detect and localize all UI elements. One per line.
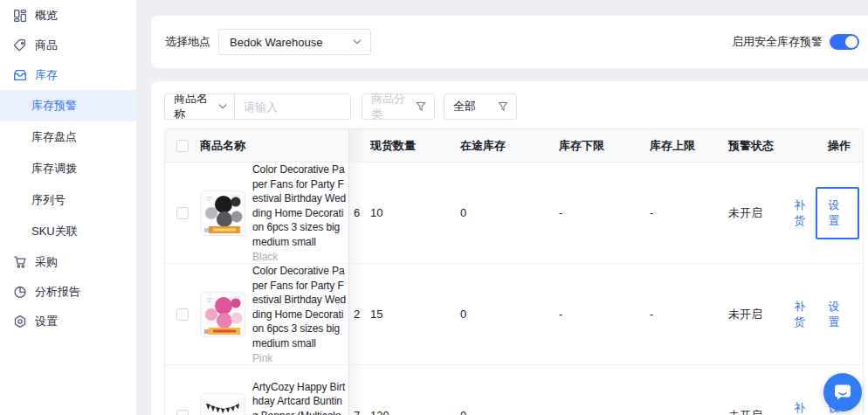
sidebar-item-overview[interactable]: 概览: [0, 1, 136, 31]
alert-status-value: 未开启: [728, 408, 794, 415]
restock-link[interactable]: 补货: [794, 299, 812, 330]
sidebar: 概览 商品 库存 库存预警 库存盘点 库存调拨 序列号 SKU关联 采购 分析报…: [0, 0, 137, 415]
sidebar-item-analytics[interactable]: 分析报告: [0, 277, 136, 307]
status-filter[interactable]: 全部: [444, 93, 517, 120]
search-group: 商品名称: [164, 93, 351, 120]
toggle-knob: [845, 36, 858, 48]
filter-bar: 商品名称 商品分类 全部: [164, 93, 868, 120]
product-image-pink-fans: [200, 292, 245, 337]
lower-limit-value: -: [559, 206, 650, 219]
lower-limit-value: -: [559, 409, 650, 415]
sidebar-item-label: 商品: [35, 38, 58, 53]
chevron-down-icon: [218, 102, 227, 111]
column-alert-status: 预警状态: [728, 138, 794, 154]
partially-hidden-value: 6: [349, 163, 370, 263]
column-upper-limit: 库存上限: [650, 138, 728, 154]
alert-status-value: 未开启: [728, 205, 794, 221]
product-name: ArtyCozy Happy Birthday Artcard Bunting …: [252, 380, 347, 415]
sidebar-item-settings[interactable]: 设置: [0, 307, 136, 336]
product-image-bunting-banner: [200, 393, 245, 415]
table-row: Color Decorative Paper Fans for Party Fe…: [165, 264, 863, 365]
restock-link[interactable]: 补货: [794, 197, 812, 229]
upper-limit-value: -: [650, 308, 728, 321]
safety-stock-toggle-label: 启用安全库存预警: [732, 34, 823, 50]
sidebar-item-label: 分析报告: [35, 284, 80, 300]
on-hand-qty: 120: [370, 409, 460, 415]
sidebar-item-products[interactable]: 商品: [0, 31, 136, 60]
sidebar-item-purchase[interactable]: 采购: [0, 247, 136, 277]
chat-bubble-icon: [832, 382, 853, 403]
settings-link[interactable]: 设置: [829, 299, 847, 330]
row-checkbox[interactable]: [176, 207, 189, 219]
sidebar-item-label: 设置: [35, 314, 58, 329]
sidebar-item-stock-transfer[interactable]: 库存调拨: [0, 153, 136, 184]
sidebar-item-label: 库存: [35, 67, 58, 83]
column-product-name: 商品名称: [200, 129, 349, 162]
column-lower-limit: 库存下限: [559, 138, 650, 154]
product-name: Color Decorative Paper Fans for Party Fe…: [252, 163, 347, 249]
table-row: ArtyCozy Happy Birthday Artcard Bunting …: [165, 365, 863, 415]
in-transit-qty: 0: [460, 308, 559, 321]
cart-icon: [13, 255, 27, 269]
status-filter-value: 全部: [453, 99, 498, 114]
location-select[interactable]: Bedok Warehouse: [218, 29, 371, 55]
in-transit-qty: 0: [460, 409, 559, 415]
select-all-checkbox[interactable]: [176, 140, 189, 152]
sidebar-item-label: 库存预警: [31, 98, 77, 114]
lower-limit-value: -: [559, 308, 650, 321]
category-filter-label: 商品分类: [371, 91, 416, 122]
product-image-black-fans: [200, 190, 245, 236]
tag-icon: [13, 38, 27, 52]
row-checkbox[interactable]: [176, 410, 189, 415]
main-content: 选择地点 Bedok Warehouse 启用安全库存预警 商品名称: [138, 0, 868, 415]
sidebar-item-inventory-alert[interactable]: 库存预警: [0, 90, 136, 121]
settings-focus-ring: 设置: [816, 187, 860, 239]
table-row: Color Decorative Paper Fans for Party Fe…: [165, 163, 863, 264]
search-input[interactable]: [235, 94, 350, 119]
chevron-down-icon: [353, 38, 362, 46]
settings-box: 设置: [816, 288, 860, 341]
inventory-card: 商品名称 商品分类 全部: [151, 81, 868, 415]
column-in-transit: 在途库存: [460, 138, 559, 154]
gear-icon: [13, 315, 27, 329]
product-variant: Black: [252, 251, 347, 263]
on-hand-qty: 10: [370, 206, 460, 219]
upper-limit-value: -: [650, 206, 728, 219]
filter-funnel-icon: [498, 101, 508, 112]
location-card: 选择地点 Bedok Warehouse 启用安全库存预警: [151, 16, 868, 68]
sidebar-item-stock-take[interactable]: 库存盘点: [0, 121, 136, 153]
on-hand-qty: 15: [370, 308, 460, 321]
column-on-hand: 现货数量: [370, 138, 460, 154]
filter-funnel-icon: [416, 101, 426, 112]
restock-link[interactable]: 补货: [794, 400, 812, 415]
pie-chart-icon: [13, 285, 27, 299]
location-select-value: Bedok Warehouse: [230, 36, 353, 49]
location-label: 选择地点: [165, 34, 210, 50]
search-field-value: 商品名称: [174, 93, 213, 120]
safety-stock-toggle[interactable]: [830, 34, 859, 50]
sidebar-item-label: SKU关联: [31, 224, 78, 239]
search-field-select[interactable]: 商品名称: [165, 94, 235, 119]
category-filter[interactable]: 商品分类: [362, 93, 435, 120]
settings-link[interactable]: 设置: [829, 197, 847, 229]
sidebar-item-sku-link[interactable]: SKU关联: [0, 216, 136, 247]
in-transit-qty: 0: [460, 206, 559, 219]
dashboard-icon: [13, 9, 27, 23]
product-name: Color Decorative Paper Fans for Party Fe…: [252, 264, 347, 350]
inventory-box-icon: [13, 68, 27, 82]
inventory-table: 商品名称 现货数量 在途库存 库存下限 库存上限 预警状态 操作 Color D…: [164, 128, 864, 415]
sidebar-item-label: 库存盘点: [31, 129, 77, 145]
partially-hidden-value: 2: [349, 264, 370, 364]
sidebar-item-label: 概览: [35, 8, 58, 24]
alert-status-value: 未开启: [728, 307, 794, 322]
sidebar-item-serial-number[interactable]: 序列号: [0, 184, 136, 216]
sidebar-item-label: 库存调拨: [31, 161, 77, 176]
sidebar-item-inventory[interactable]: 库存: [0, 60, 136, 90]
chat-launcher-button[interactable]: [823, 373, 862, 412]
column-actions: 操作: [794, 138, 863, 154]
table-header: 商品名称 现货数量 在途库存 库存下限 库存上限 预警状态 操作: [165, 129, 863, 163]
row-checkbox[interactable]: [176, 308, 189, 321]
upper-limit-value: -: [650, 409, 728, 415]
sidebar-item-label: 采购: [35, 254, 58, 270]
product-variant: Pink: [252, 352, 347, 364]
